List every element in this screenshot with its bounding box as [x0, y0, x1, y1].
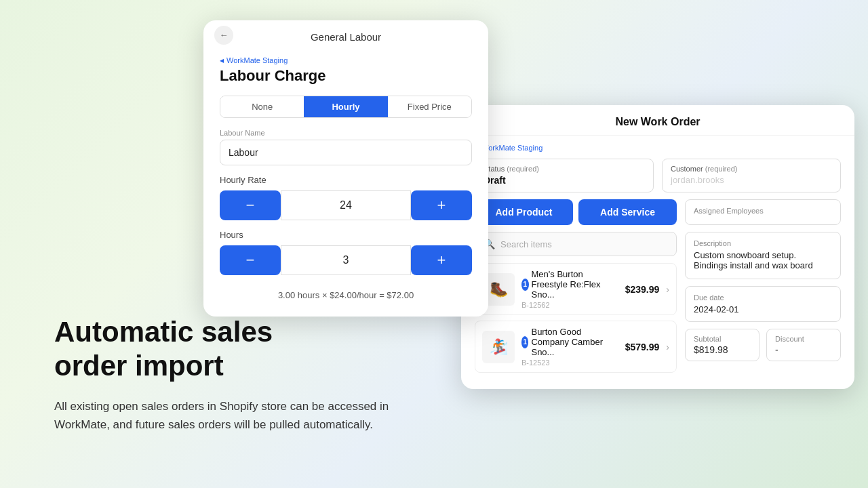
labour-card-header: ← General Labour — [203, 20, 488, 49]
subtotal-field: Subtotal $819.98 — [685, 329, 760, 361]
wo-left-panel: Add Product Add Service 🔍 Search items 🥾… — [475, 199, 677, 378]
product-icon-2: 🏂 — [490, 338, 508, 356]
hourly-rate-label: Hourly Rate — [220, 175, 472, 185]
add-product-button[interactable]: Add Product — [475, 199, 573, 225]
product-sku-1: B-12562 — [521, 301, 618, 309]
wo-main-content: Add Product Add Service 🔍 Search items 🥾… — [475, 199, 841, 378]
workorder-workmate-label: WorkMate Staging — [475, 144, 841, 152]
sub-text: All existing open sales orders in Shopif… — [54, 397, 434, 434]
work-order-card: New Work Order WorkMate Staging Status (… — [461, 105, 854, 389]
work-order-body: WorkMate Staging Status (required) Draft… — [461, 136, 854, 389]
due-date-field[interactable]: Due date 2024-02-01 — [685, 286, 841, 322]
product-item-2[interactable]: 🏂 1 Burton Good Company Camber Sno... B-… — [475, 321, 677, 373]
back-button[interactable]: ← — [214, 26, 233, 45]
product-icon-1: 🥾 — [490, 281, 508, 298]
product-info-2: 1 Burton Good Company Camber Sno... B-12… — [521, 327, 618, 367]
description-value: Custom snowboard setup. Bindings install… — [694, 250, 832, 270]
wo-status-customer-row: Status (required) Draft Customer (requir… — [475, 159, 841, 192]
workmate-label: WorkMate Staging — [220, 56, 472, 64]
hours-minus-button[interactable]: − — [220, 245, 281, 275]
due-date-label: Due date — [694, 293, 832, 302]
add-buttons-row: Add Product Add Service — [475, 199, 677, 225]
labour-card-body: WorkMate Staging Labour Charge None Hour… — [203, 49, 488, 317]
product-price-1: $239.99 — [625, 284, 660, 295]
product-chevron-1: › — [666, 284, 669, 295]
tab-hourly[interactable]: Hourly — [304, 96, 387, 117]
due-date-value: 2024-02-01 — [694, 304, 832, 314]
product-info-1: 1 Men's Burton Freestyle Re:Flex Sno... … — [521, 269, 618, 309]
hours-stepper: − 3 + — [220, 245, 472, 275]
tab-group: None Hourly Fixed Price — [220, 96, 472, 118]
subtotal-label: Subtotal — [694, 335, 751, 343]
wo-status-field: Status (required) Draft — [475, 159, 654, 192]
product-item-1[interactable]: 🥾 1 Men's Burton Freestyle Re:Flex Sno..… — [475, 263, 677, 315]
subtotal-value: $819.98 — [694, 344, 751, 355]
hourly-rate-value: 24 — [281, 190, 411, 220]
wo-right-panel: Assigned Employees Description Custom sn… — [685, 199, 841, 378]
discount-value: - — [775, 344, 832, 355]
subtotal-discount-row: Subtotal $819.98 Discount - — [685, 329, 841, 361]
search-placeholder: Search items — [500, 239, 552, 249]
main-heading: Automatic sales order import — [54, 315, 434, 384]
labour-name-label: Labour Name — [220, 129, 472, 137]
labour-name-group: Labour Name — [220, 129, 472, 165]
discount-label: Discount — [775, 335, 832, 343]
product-thumb-2: 🏂 — [482, 331, 515, 363]
product-sku-2: B-12523 — [521, 359, 618, 367]
calc-text: 3.00 hours × $24.00/hour = $72.00 — [220, 285, 472, 303]
product-chevron-2: › — [666, 342, 669, 352]
back-icon: ← — [220, 30, 229, 40]
assigned-employees-label: Assigned Employees — [694, 207, 832, 215]
hourly-rate-plus-button[interactable]: + — [411, 190, 472, 220]
discount-field: Discount - — [766, 329, 841, 361]
wo-customer-label: Customer (required) — [671, 165, 832, 173]
hourly-rate-stepper: − 24 + — [220, 190, 472, 220]
product-name-1: 1 Men's Burton Freestyle Re:Flex Sno... — [521, 269, 618, 300]
hours-value: 3 — [281, 245, 411, 275]
product-badge-2: 1 — [521, 336, 528, 348]
wo-customer-value: jordan.brooks — [671, 175, 832, 185]
search-bar[interactable]: 🔍 Search items — [475, 232, 677, 256]
wo-customer-field: Customer (required) jordan.brooks — [662, 159, 841, 192]
tab-fixed-price[interactable]: Fixed Price — [388, 96, 471, 117]
tab-none[interactable]: None — [220, 96, 304, 117]
product-name-2: 1 Burton Good Company Camber Sno... — [521, 327, 618, 357]
assigned-employees-field[interactable]: Assigned Employees — [685, 199, 841, 225]
wo-status-label: Status (required) — [484, 165, 645, 173]
labour-name-input[interactable] — [220, 140, 472, 165]
description-label: Description — [694, 239, 832, 247]
hours-plus-button[interactable]: + — [411, 245, 472, 275]
work-order-header: New Work Order — [461, 105, 854, 136]
add-service-button[interactable]: Add Service — [578, 199, 677, 225]
work-order-title: New Work Order — [615, 116, 700, 127]
hours-label: Hours — [220, 230, 472, 240]
labour-card-title: General Labour — [311, 31, 381, 43]
product-badge-1: 1 — [521, 279, 529, 291]
labour-section-title: Labour Charge — [220, 67, 472, 85]
product-price-2: $579.99 — [625, 342, 660, 352]
labour-charge-card: ← General Labour WorkMate Staging Labour… — [203, 20, 488, 317]
left-content: Automatic sales order import All existin… — [54, 315, 434, 434]
hourly-rate-minus-button[interactable]: − — [220, 190, 281, 220]
wo-status-value: Draft — [484, 175, 645, 186]
description-field[interactable]: Description Custom snowboard setup. Bind… — [685, 232, 841, 279]
